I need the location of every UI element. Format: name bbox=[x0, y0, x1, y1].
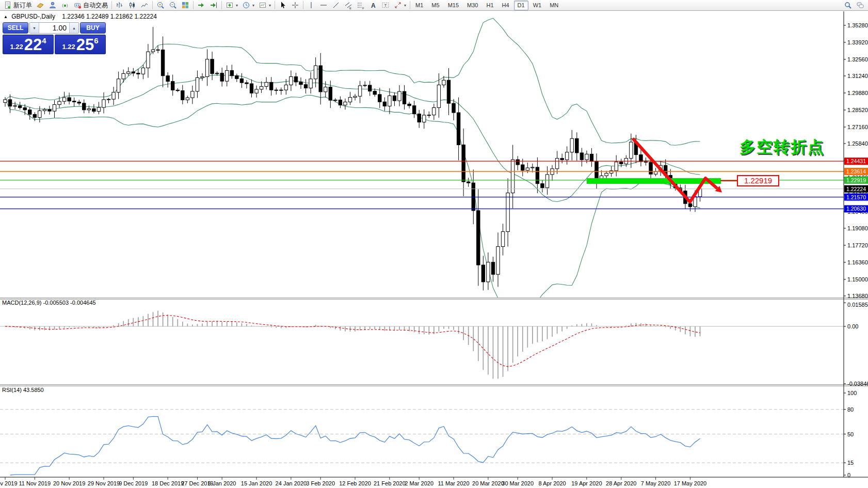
crosshair-button[interactable] bbox=[289, 0, 301, 11]
sell-button[interactable]: SELL bbox=[3, 22, 28, 34]
date-axis: Nov 201911 Nov 201920 Nov 201929 Nov 201… bbox=[0, 477, 706, 486]
horizontal-line-button[interactable] bbox=[317, 0, 330, 11]
y-axis-tick: 1.25840 bbox=[847, 140, 868, 147]
channel-button[interactable]: E bbox=[342, 0, 355, 11]
tab-timeframe-M5[interactable]: M5 bbox=[428, 1, 443, 10]
tile-windows-icon bbox=[181, 1, 189, 9]
template-icon bbox=[259, 1, 267, 9]
vertical-line-button[interactable] bbox=[305, 0, 317, 11]
indicators-button[interactable]: ▾ bbox=[223, 0, 240, 11]
svg-text:1.23614: 1.23614 bbox=[846, 168, 866, 175]
tab-timeframe-H1[interactable]: H1 bbox=[483, 1, 497, 10]
toolbar-separator bbox=[111, 1, 112, 9]
tab-timeframe-M1[interactable]: M1 bbox=[412, 1, 427, 10]
y-axis-tick: 1.31240 bbox=[847, 73, 868, 79]
signal-icon bbox=[61, 1, 69, 9]
autotrading-button[interactable]: 自动交易 bbox=[71, 0, 110, 11]
chart-shift-button[interactable] bbox=[207, 0, 220, 11]
x-axis-label: 8 Apr 2020 bbox=[538, 480, 566, 486]
sell-price-big: 22 bbox=[24, 38, 42, 53]
fibonacci-icon: F bbox=[357, 1, 365, 9]
text-label-button[interactable]: T bbox=[379, 0, 392, 11]
bar-chart-icon bbox=[116, 1, 124, 9]
candlestick-series bbox=[4, 27, 702, 290]
chat-button[interactable] bbox=[854, 0, 866, 11]
y-axis-tick: 1.27160 bbox=[847, 124, 868, 130]
crosshair-icon bbox=[291, 1, 299, 9]
svg-text:E: E bbox=[349, 7, 351, 10]
x-axis-label: 15 Jan 2020 bbox=[241, 480, 272, 486]
search-button[interactable] bbox=[842, 0, 854, 11]
bar-chart-button[interactable] bbox=[114, 0, 126, 11]
new-order-button[interactable]: 新订单 bbox=[2, 0, 34, 11]
trendline-icon bbox=[332, 1, 340, 9]
macd-values: -0.005503 -0.004645 bbox=[43, 300, 95, 306]
x-axis-label: 11 Nov 2019 bbox=[19, 480, 51, 486]
line-chart-button[interactable] bbox=[138, 0, 151, 11]
tab-timeframe-MN[interactable]: MN bbox=[546, 1, 562, 10]
tab-timeframe-D1[interactable]: D1 bbox=[514, 1, 528, 10]
text-button[interactable]: A bbox=[367, 0, 379, 11]
price-level-label: 1.22224 bbox=[844, 185, 868, 193]
tile-windows-button[interactable] bbox=[179, 0, 191, 11]
candlestick-chart-button[interactable] bbox=[126, 0, 138, 11]
y-axis-tick: 1.28520 bbox=[847, 107, 868, 113]
volume-decrease-button[interactable]: ▼ bbox=[30, 23, 39, 33]
sell-price-display[interactable]: 1.22 22 4 bbox=[3, 35, 54, 54]
svg-text:50: 50 bbox=[847, 431, 854, 437]
trendline-button[interactable] bbox=[330, 0, 342, 11]
signals-button[interactable] bbox=[59, 0, 71, 11]
volume-input[interactable] bbox=[39, 23, 69, 33]
buy-price-display[interactable]: 1.22 25 6 bbox=[55, 35, 106, 54]
x-axis-label: 24 Jan 2020 bbox=[276, 480, 307, 486]
periods-button[interactable]: ▾ bbox=[240, 0, 256, 11]
arrows-icon bbox=[394, 1, 402, 9]
price-level-label: 1.24431 bbox=[844, 158, 868, 165]
tab-timeframe-H4[interactable]: H4 bbox=[499, 1, 513, 10]
autotrading-label: 自动交易 bbox=[83, 1, 108, 10]
rsi-value: 43.5850 bbox=[23, 387, 44, 393]
y-axis-tick: 1.17720 bbox=[847, 242, 868, 248]
metaeditor-button[interactable] bbox=[34, 0, 46, 11]
new-order-label: 新订单 bbox=[13, 1, 32, 10]
line-chart-icon bbox=[140, 1, 149, 9]
templates-button[interactable]: ▾ bbox=[256, 0, 273, 11]
tab-timeframe-M15[interactable]: M15 bbox=[444, 1, 462, 10]
cursor-button[interactable] bbox=[277, 0, 289, 11]
collapse-triangle-icon[interactable]: ▲ bbox=[4, 14, 8, 19]
candlestick-chart-icon bbox=[128, 1, 136, 9]
chevron-down-icon: ▾ bbox=[236, 3, 238, 8]
buy-price-prefix: 1.22 bbox=[62, 43, 75, 51]
clock-icon bbox=[242, 1, 250, 9]
support-price-tag[interactable]: 1.22919 bbox=[737, 175, 779, 186]
x-axis-label: 11 Mar 2020 bbox=[438, 480, 470, 486]
arrows-button[interactable]: ▾ bbox=[392, 0, 408, 11]
x-axis-label: 3 Feb 2020 bbox=[306, 480, 335, 486]
chart-annotations[interactable] bbox=[587, 138, 737, 202]
svg-text:T: T bbox=[384, 3, 387, 8]
svg-text:100: 100 bbox=[847, 390, 857, 396]
y-axis-tick: 1.19080 bbox=[847, 225, 868, 231]
svg-text:1.24431: 1.24431 bbox=[846, 158, 866, 164]
zoom-in-button[interactable] bbox=[154, 0, 167, 11]
auto-scroll-button[interactable] bbox=[195, 0, 207, 11]
tab-timeframe-M30[interactable]: M30 bbox=[463, 1, 481, 10]
chart-canvas[interactable]: 1.352801.339201.325601.312401.298801.285… bbox=[0, 0, 868, 488]
market-button[interactable] bbox=[46, 0, 59, 11]
sell-price-prefix: 1.22 bbox=[10, 43, 23, 51]
svg-text:80: 80 bbox=[847, 406, 854, 413]
x-axis-label: 28 Apr 2020 bbox=[606, 480, 636, 486]
x-axis-label: 29 Nov 2019 bbox=[88, 480, 120, 486]
x-axis-label: 2 Mar 2020 bbox=[405, 480, 433, 486]
chart-title: ▲ GBPUSD-,Daily 1.22346 1.22489 1.21862 … bbox=[4, 13, 157, 20]
symbol-period-label: GBPUSD-,Daily bbox=[11, 13, 55, 20]
volume-increase-button[interactable]: ▲ bbox=[69, 23, 78, 33]
tab-timeframe-W1[interactable]: W1 bbox=[529, 1, 545, 10]
fibonacci-button[interactable]: F bbox=[355, 0, 367, 11]
new-order-icon bbox=[4, 1, 12, 9]
turning-point-annotation[interactable]: 多空转折点 bbox=[740, 136, 825, 158]
buy-button[interactable]: BUY bbox=[80, 22, 106, 34]
timeframe-group: M1M5M15M30H1H4D1W1MN bbox=[412, 1, 562, 10]
zoom-out-button[interactable] bbox=[167, 0, 179, 11]
x-axis-label: 21 Feb 2020 bbox=[374, 480, 406, 486]
